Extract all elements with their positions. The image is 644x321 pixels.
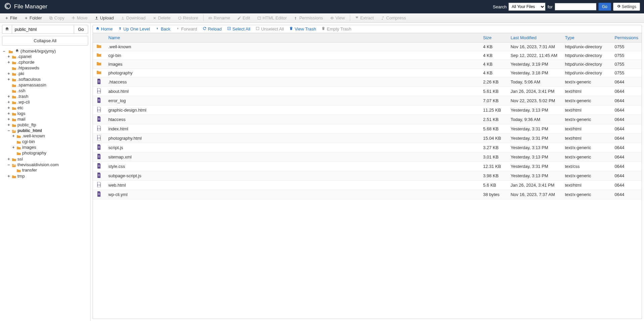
file-modified: Yesterday, 3:31 PM xyxy=(507,162,561,171)
back-link[interactable]: Back xyxy=(155,26,170,31)
table-row[interactable]: htaccess2.51 KBToday, 9:36 AMtext/x-gene… xyxy=(93,115,642,124)
tree-node-label[interactable]: .htpasswds xyxy=(17,65,39,70)
tree-node-label[interactable]: public_ftp xyxy=(17,122,36,127)
table-row[interactable]: photography4 KBYesterday, 3:18 PMhttpd/u… xyxy=(93,69,642,77)
tree-toggle[interactable]: + xyxy=(7,106,11,110)
tree-toggle[interactable]: + xyxy=(11,145,15,150)
table-row[interactable]: about.html5.61 KBJan 26, 2024, 3:41 PMte… xyxy=(93,87,642,96)
tree-node-label[interactable]: .cphorde xyxy=(17,60,35,65)
tree-toggle[interactable]: − xyxy=(7,163,11,167)
table-row[interactable]: sitemap.xml3.01 KBYesterday, 3:13 PMtext… xyxy=(93,152,642,162)
tree-node-label[interactable]: transfer xyxy=(22,168,37,173)
folder-icon xyxy=(12,61,16,65)
tree-node-label[interactable]: images xyxy=(22,145,36,150)
arrow-right-icon xyxy=(176,26,180,31)
table-row[interactable]: error_log7.07 KBNov 22, 2023, 5:02 PMtex… xyxy=(93,96,642,106)
settings-button[interactable]: Settings xyxy=(613,3,640,11)
toolbar-item-label: Rename xyxy=(214,15,230,20)
file-name: script.js xyxy=(105,143,480,152)
search-go-button[interactable]: Go xyxy=(598,3,611,11)
table-row[interactable]: style.css12.31 KBYesterday, 3:31 PMtext/… xyxy=(93,162,642,171)
path-home-button[interactable] xyxy=(2,25,12,34)
file-size: 4 KB xyxy=(480,51,507,60)
tree-node-label[interactable]: cgi-bin xyxy=(22,139,35,144)
col-type-header[interactable]: Type xyxy=(561,33,611,43)
folder-icon xyxy=(12,78,16,82)
tree-node-label[interactable]: tmp xyxy=(17,174,25,179)
col-size-header[interactable]: Size xyxy=(480,33,507,43)
collapse-all-button[interactable]: Collapse All xyxy=(2,36,88,46)
tree-node-label[interactable]: mail xyxy=(17,117,25,122)
tree-node-label[interactable]: .pki xyxy=(17,71,24,76)
folder-icon xyxy=(12,157,16,162)
tree-toggle[interactable]: + xyxy=(7,100,11,105)
file-type: text/x-generic xyxy=(561,171,611,181)
restore-icon xyxy=(178,16,182,20)
tree-toggle[interactable]: + xyxy=(7,157,11,162)
folder-icon xyxy=(12,101,16,105)
home-link[interactable]: Home xyxy=(96,26,113,31)
table-row[interactable]: wp-cli.yml38 bytesNov 16, 2023, 7:37 AMt… xyxy=(93,190,642,199)
toolbar-item-label: Restore xyxy=(183,15,199,20)
tree-root-label[interactable]: (/home4/lxgxjymy) xyxy=(20,49,56,54)
tree-toggle[interactable]: + xyxy=(7,77,11,82)
table-row[interactable]: graphic-design.html11.25 KBYesterday, 3:… xyxy=(93,106,642,115)
tree-node-label[interactable]: photography xyxy=(22,150,46,155)
select-all-link[interactable]: Select All xyxy=(227,26,250,31)
table-row[interactable]: script.js3.27 KBYesterday, 3:13 PMtext/x… xyxy=(93,143,642,152)
tree-node-label[interactable]: .cpanel xyxy=(17,54,32,59)
table-row[interactable]: images4 KBYesterday, 3:19 PMhttpd/unix-d… xyxy=(93,60,642,69)
file-permissions: 0644 xyxy=(611,134,642,143)
upload-button[interactable]: Upload xyxy=(91,13,117,22)
tree-toggle[interactable]: + xyxy=(7,174,11,179)
tree-node-label[interactable]: etc xyxy=(17,105,23,110)
tree-node-label[interactable]: logs xyxy=(17,111,25,116)
tree-node-label[interactable]: .softaculous xyxy=(17,77,41,82)
table-row[interactable]: index.html5.68 KBYesterday, 3:31 PMtext/… xyxy=(93,124,642,134)
htmleditor-icon xyxy=(257,16,261,20)
table-row[interactable]: .well-known4 KBNov 16, 2023, 7:31 AMhttp… xyxy=(93,43,642,51)
toolbar-item-label: Download xyxy=(126,15,146,20)
tree-toggle[interactable]: + xyxy=(7,111,11,116)
tree-node-label[interactable]: .well-known xyxy=(22,133,45,138)
file-button[interactable]: File xyxy=(1,13,21,22)
table-row[interactable]: cgi-bin4 KBSep 12, 2022, 11:45 AMhttpd/u… xyxy=(93,51,642,60)
tree-node-label[interactable]: thevisualdivision.com xyxy=(17,162,59,167)
tree-node: +.trash xyxy=(7,93,88,99)
tree-node-label[interactable]: .spamassassin xyxy=(17,82,46,87)
tree-toggle[interactable]: − xyxy=(7,128,11,133)
tree-node-label[interactable]: .wp-cli xyxy=(17,100,30,105)
path-input[interactable] xyxy=(12,25,74,34)
tree-toggle[interactable]: + xyxy=(7,123,11,127)
view-trash-link[interactable]: View Trash xyxy=(289,26,316,31)
folder-button[interactable]: Folder xyxy=(21,13,46,22)
search-input[interactable] xyxy=(555,3,596,10)
tree-node-label[interactable]: .trash xyxy=(17,94,29,99)
tree-node-label[interactable]: ssl xyxy=(17,156,23,162)
col-icon-header[interactable] xyxy=(93,33,105,43)
tree-node-label[interactable]: .ssh xyxy=(17,88,25,93)
table-row[interactable]: photography.html15.04 KBYesterday, 3:31 … xyxy=(93,134,642,143)
delete-icon xyxy=(153,16,157,20)
tree-toggle[interactable]: + xyxy=(7,60,11,65)
table-row[interactable]: web.html5.6 KBJan 26, 2024, 3:41 PMtext/… xyxy=(93,181,642,190)
col-permissions-header[interactable]: Permissions xyxy=(611,33,642,43)
table-row[interactable]: subpage-script.js3.98 KBYesterday, 3:13 … xyxy=(93,171,642,181)
empty-trash-link[interactable]: Empty Trash xyxy=(321,26,351,31)
forward-link[interactable]: Forward xyxy=(176,26,197,31)
col-modified-header[interactable]: Last Modified xyxy=(507,33,561,43)
tree-node-label[interactable]: public_html xyxy=(17,128,42,133)
tree-toggle[interactable]: − xyxy=(2,49,6,54)
tree-toggle[interactable]: + xyxy=(7,54,11,59)
up-one-level-link[interactable]: Up One Level xyxy=(118,26,150,31)
tree-toggle[interactable]: + xyxy=(7,117,11,122)
tree-toggle[interactable]: + xyxy=(7,71,11,76)
path-go-button[interactable]: Go xyxy=(74,25,88,34)
reload-link[interactable]: Reload xyxy=(203,26,222,31)
tree-toggle[interactable]: + xyxy=(7,94,11,99)
tree-toggle[interactable]: + xyxy=(11,134,15,138)
col-name-header[interactable]: Name xyxy=(105,33,480,43)
unselect-all-link[interactable]: Unselect All xyxy=(256,26,284,31)
table-row[interactable]: .htaccess2.26 KBToday, 5:06 AMtext/x-gen… xyxy=(93,77,642,87)
search-scope-select[interactable]: All Your Files xyxy=(508,3,545,11)
